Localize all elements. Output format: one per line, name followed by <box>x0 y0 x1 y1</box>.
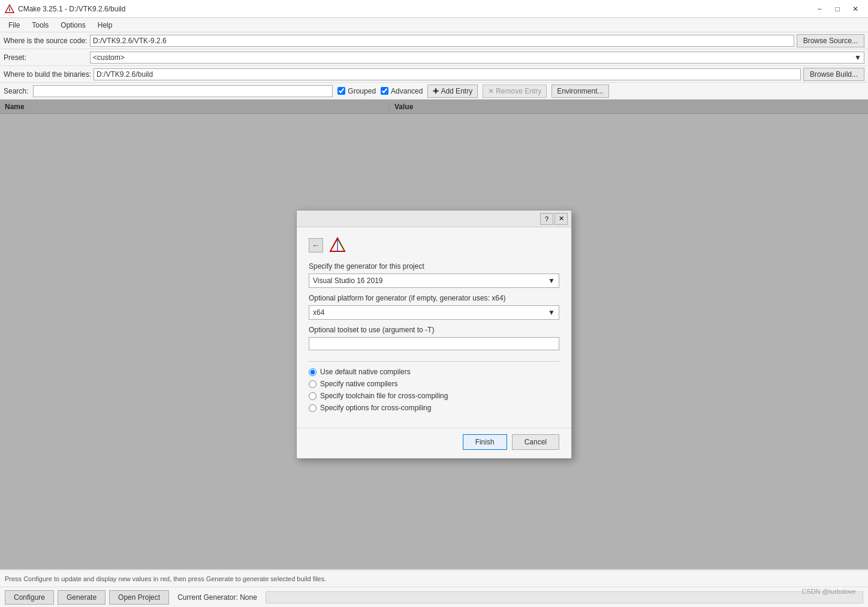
status-bar: Press Configure to update and display ne… <box>0 570 868 587</box>
radio-toolchain-label: Specify toolchain file for cross-compili… <box>320 392 448 400</box>
remove-entry-button[interactable]: ✕ Remove Entry <box>483 85 547 98</box>
menu-tools[interactable]: Tools <box>26 20 55 31</box>
menu-options[interactable]: Options <box>55 20 91 31</box>
dialog-controls: ? ✕ <box>540 213 568 225</box>
grouped-label: Grouped <box>348 87 376 95</box>
platform-section-label: Optional platform for generator (if empt… <box>309 294 559 302</box>
configure-dialog: ? ✕ ← <box>296 210 572 459</box>
radio-cross-label: Specify options for cross-compiling <box>320 404 431 412</box>
dialog-footer: Finish Cancel <box>297 428 571 458</box>
add-icon: ✚ <box>433 87 439 95</box>
preset-label: Preset: <box>4 53 88 62</box>
grouped-checkbox[interactable] <box>337 87 345 95</box>
dialog-close-button[interactable]: ✕ <box>554 213 568 225</box>
add-entry-button[interactable]: ✚ Add Entry <box>427 85 478 98</box>
radio-toolchain-input[interactable] <box>309 392 317 400</box>
watermark: CSDN @turbolove <box>801 588 856 595</box>
bottom-toolbar: Configure Generate Open Project Current … <box>0 587 868 607</box>
generator-section-label: Specify the generator for this project <box>309 262 559 271</box>
maximize-button[interactable]: □ <box>830 2 845 16</box>
dialog-divider <box>309 361 559 362</box>
radio-default-input[interactable] <box>309 368 317 376</box>
platform-chevron-icon: ▼ <box>548 308 555 317</box>
radio-default-label: Use default native compilers <box>320 368 411 376</box>
platform-value: x64 <box>313 308 324 317</box>
grouped-checkbox-label[interactable]: Grouped <box>337 87 376 95</box>
advanced-label: Advanced <box>391 87 423 95</box>
finish-button[interactable]: Finish <box>463 434 507 450</box>
preset-value: <custom> <box>93 53 125 62</box>
open-project-button[interactable]: Open Project <box>109 590 169 605</box>
cancel-button[interactable]: Cancel <box>512 434 559 450</box>
browse-source-button[interactable]: Browse Source... <box>797 34 864 47</box>
progress-bar <box>266 591 863 603</box>
cmake-logo <box>329 237 346 254</box>
search-input[interactable] <box>33 85 333 97</box>
build-input[interactable] <box>94 68 801 80</box>
generator-chevron-icon: ▼ <box>548 277 555 285</box>
main-area: Name Value ? ✕ ← <box>0 100 868 570</box>
preset-chevron-icon: ▼ <box>854 53 861 62</box>
close-button[interactable]: ✕ <box>848 2 863 16</box>
dialog-titlebar: ? ✕ <box>297 211 571 227</box>
radio-native-compilers[interactable]: Specify native compilers <box>309 380 559 388</box>
environment-button[interactable]: Environment... <box>551 85 608 98</box>
dialog-nav: ← <box>309 237 559 254</box>
radio-toolchain-file[interactable]: Specify toolchain file for cross-compili… <box>309 392 559 400</box>
title-bar: CMake 3.25.1 - D:/VTK9.2.6/build − □ ✕ <box>0 0 868 18</box>
radio-cross-compiling[interactable]: Specify options for cross-compiling <box>309 404 559 412</box>
configure-button[interactable]: Configure <box>5 590 54 605</box>
title-bar-text: CMake 3.25.1 - D:/VTK9.2.6/build <box>18 5 812 13</box>
current-generator-text: Current Generator: None <box>177 593 257 602</box>
remove-icon: ✕ <box>488 87 494 95</box>
menu-file[interactable]: File <box>2 20 26 31</box>
source-input[interactable] <box>90 35 794 47</box>
preset-select[interactable]: <custom> ▼ <box>90 52 864 64</box>
toolset-section-label: Optional toolset to use (argument to -T) <box>309 326 559 334</box>
menu-bar: File Tools Options Help <box>0 18 868 32</box>
source-row: Where is the source code: Browse Source.… <box>0 32 868 49</box>
source-label: Where is the source code: <box>4 37 88 45</box>
radio-default-compilers[interactable]: Use default native compilers <box>309 368 559 376</box>
preset-row: Preset: <custom> ▼ <box>0 49 868 66</box>
minimize-button[interactable]: − <box>812 2 827 16</box>
search-label: Search: <box>4 87 28 95</box>
modal-overlay: ? ✕ ← <box>0 100 868 569</box>
toolset-input[interactable] <box>309 337 559 350</box>
platform-select[interactable]: x64 ▼ <box>309 305 559 320</box>
browse-build-button[interactable]: Browse Build... <box>803 68 864 81</box>
generate-button[interactable]: Generate <box>58 590 106 605</box>
generator-select[interactable]: Visual Studio 16 2019 ▼ <box>309 274 559 288</box>
compiler-radio-group: Use default native compilers Specify nat… <box>309 368 559 412</box>
status-message: Press Configure to update and display ne… <box>5 575 326 582</box>
advanced-checkbox-label[interactable]: Advanced <box>381 87 423 95</box>
build-label: Where to build the binaries: <box>4 70 91 79</box>
dialog-content: ← Specify the generator for this project… <box>297 227 571 428</box>
radio-cross-input[interactable] <box>309 404 317 412</box>
build-row: Where to build the binaries: Browse Buil… <box>0 66 868 83</box>
dialog-back-button[interactable]: ← <box>309 238 323 253</box>
menu-help[interactable]: Help <box>92 20 119 31</box>
advanced-checkbox[interactable] <box>381 87 388 95</box>
cmake-icon <box>5 4 14 14</box>
dialog-help-button[interactable]: ? <box>540 213 553 225</box>
radio-native-label: Specify native compilers <box>320 380 397 388</box>
search-row: Search: Grouped Advanced ✚ Add Entry ✕ R… <box>0 83 868 100</box>
generator-value: Visual Studio 16 2019 <box>313 277 383 285</box>
title-bar-controls: − □ ✕ <box>812 2 863 16</box>
radio-native-input[interactable] <box>309 380 317 388</box>
